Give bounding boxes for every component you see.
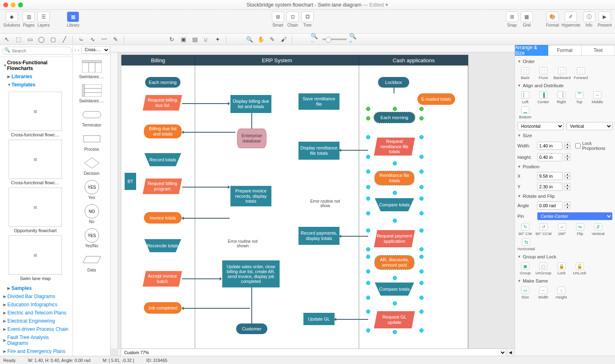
template-thumb[interactable]: ▦Swim lane map xyxy=(2,235,68,281)
ungroup-button[interactable]: ▢ xyxy=(539,262,547,270)
node-emailed-totals[interactable]: E-mailed totals xyxy=(417,93,455,105)
shape-process[interactable] xyxy=(81,132,102,145)
node-each-morning-billing[interactable]: Each morning xyxy=(145,77,180,88)
edit-points-tool[interactable]: ⟀ xyxy=(202,35,211,43)
info-button[interactable]: ⓘ xyxy=(583,11,595,22)
tree-leaf[interactable]: ▶Electrical Engineering xyxy=(2,317,71,325)
node-invoice-totals[interactable]: Invoice totals xyxy=(144,212,182,224)
shape-terminator[interactable] xyxy=(81,108,102,121)
rotate-cw-button[interactable]: ↻ xyxy=(521,223,529,231)
shapes-selector[interactable]: Cross-… xyxy=(81,46,110,54)
minimize-window-button[interactable] xyxy=(11,2,16,7)
chain-button[interactable]: ⊡ xyxy=(287,11,299,22)
pin-select[interactable]: Center-Center xyxy=(537,212,613,220)
library-button[interactable]: ▦ xyxy=(67,11,79,22)
node-compare-totals-2[interactable]: Compare totals xyxy=(375,283,414,296)
tree-root[interactable]: ▼Cross-Functional Flowcharts xyxy=(2,59,71,72)
width-down[interactable]: ▼ xyxy=(565,146,570,149)
pen-tool[interactable]: ✎ xyxy=(111,35,120,43)
hypernote-button[interactable]: ✐ xyxy=(565,11,577,22)
zoom-out-button[interactable]: 🔍⁻ xyxy=(311,35,320,43)
brush-tool[interactable]: 🖌 xyxy=(279,35,288,43)
distribute-v-select[interactable]: Vertical xyxy=(566,122,613,130)
lock-proportions-checkbox[interactable] xyxy=(575,142,581,150)
hscroll-left-icon[interactable]: ◀ xyxy=(509,350,512,355)
node-enterprise-database[interactable]: Enterprise database xyxy=(237,129,266,148)
tree-samples[interactable]: ▶Samples xyxy=(2,284,71,292)
rect-tool[interactable]: ▭ xyxy=(25,35,34,43)
node-lockbox[interactable]: Lockbox xyxy=(378,77,409,88)
node-request-remittance-totals[interactable]: Request remittance file totals xyxy=(374,138,415,156)
tree-leaf[interactable]: ▶Event-driven Process Chain xyxy=(2,325,71,333)
line-tool[interactable]: ╱ xyxy=(60,35,69,43)
tree-leaf[interactable]: ▶Fault Tree Analysis Diagrams xyxy=(2,333,71,347)
node-update-gl[interactable]: Update GL xyxy=(303,313,335,325)
node-request-payment-app[interactable]: Request payment application xyxy=(374,230,415,247)
group-tool[interactable]: ▣ xyxy=(179,35,188,43)
same-size-button[interactable]: ▭ xyxy=(521,287,529,294)
node-billing-due-totals[interactable]: Billing due list and totals xyxy=(144,124,182,138)
unlock-button[interactable]: 🔓 xyxy=(576,262,584,270)
present-button[interactable]: ▶ xyxy=(599,11,611,22)
width-input[interactable] xyxy=(537,142,563,150)
shape-yes[interactable]: YES xyxy=(81,181,102,194)
grid-button[interactable]: ▦ xyxy=(521,11,533,22)
node-display-billing-due[interactable]: Display billing due list and totals xyxy=(230,95,271,113)
pan-tool[interactable]: ✋ xyxy=(256,35,265,43)
node-request-gl-update[interactable]: Request GL update xyxy=(374,311,415,328)
diagram-page[interactable]: Billing ERP System Cash applications Eac… xyxy=(121,55,468,350)
zoom-in-button[interactable]: 🔍⁺ xyxy=(349,35,358,43)
node-each-morning-cash[interactable]: Each morning xyxy=(374,112,415,123)
tree-leaf[interactable]: ▶Divided Bar Diagrams xyxy=(2,292,71,301)
shape-decision[interactable] xyxy=(81,156,102,170)
group-button[interactable]: ▣ xyxy=(521,262,529,270)
pointer-tool[interactable]: ↖ xyxy=(2,35,11,43)
order-backward-button[interactable]: ⬚ xyxy=(558,67,566,75)
shape-yesno[interactable]: YES xyxy=(81,229,102,242)
same-width-button[interactable]: ↔ xyxy=(539,287,547,294)
align-top-button[interactable]: ▔ xyxy=(575,91,583,99)
shape-swimlanes-h[interactable] xyxy=(81,84,102,97)
flip-vertical-button[interactable]: ⇵ xyxy=(594,223,602,231)
node-compare-totals-1[interactable]: Compare totals xyxy=(375,198,414,211)
node-accept-invoice-batch[interactable]: Accept invoice batch xyxy=(143,271,182,287)
y-input[interactable] xyxy=(537,183,563,191)
tree-libraries[interactable]: ▶Libraries xyxy=(2,72,71,81)
align-middle-button[interactable]: ─ xyxy=(593,91,601,99)
align-bottom-button[interactable]: ▁ xyxy=(521,106,529,114)
curve-tool[interactable]: ∿ xyxy=(88,35,97,43)
node-display-remittance[interactable]: Display remittance file totals xyxy=(298,142,339,160)
shape-data[interactable] xyxy=(81,253,102,266)
search-input[interactable] xyxy=(2,47,72,55)
order-back-button[interactable]: ⬚ xyxy=(521,67,529,75)
format-button[interactable]: 🎨 xyxy=(546,11,559,22)
shape-no[interactable]: NO xyxy=(81,205,102,218)
lock-button[interactable]: 🔒 xyxy=(558,262,566,270)
tree-leaf[interactable]: ▶Fire and Emergency Plans xyxy=(2,347,71,355)
ellipse-tool[interactable]: ◯ xyxy=(37,35,46,43)
rotate-180-button[interactable]: ⤾ xyxy=(558,223,566,231)
angle-input[interactable] xyxy=(537,201,563,210)
spline-tool[interactable]: 〰 xyxy=(100,35,109,43)
height-up[interactable]: ▲ xyxy=(565,154,570,157)
snap-button[interactable]: ⊞ xyxy=(506,11,518,22)
flip-button[interactable]: ⇋ xyxy=(576,223,584,231)
node-request-billing-due[interactable]: Request billing due list xyxy=(143,95,182,111)
eyedropper-tool[interactable]: ✎ xyxy=(268,35,277,43)
tree-leaf[interactable]: ▶Electric and Telecom Plans xyxy=(2,309,71,317)
height-down[interactable]: ▼ xyxy=(565,157,570,161)
x-input[interactable] xyxy=(537,172,563,180)
nav-fwd-icon[interactable]: › xyxy=(78,47,80,52)
node-remittance-file-totals[interactable]: Remittance file totals xyxy=(375,171,414,185)
node-record-payments[interactable]: Record payments, display totals xyxy=(298,227,339,245)
flip-horizontal-button[interactable]: ⇆ xyxy=(522,238,530,246)
align-center-button[interactable]: ▐ xyxy=(539,91,547,99)
template-thumb[interactable]: ▦Cross-functional flowc… xyxy=(2,92,68,137)
node-update-sales-order[interactable]: Update sales order, close billing due li… xyxy=(222,260,280,287)
rounded-rect-tool[interactable]: ▢ xyxy=(48,35,57,43)
tab-format[interactable]: Format xyxy=(548,45,581,56)
zoom-tool[interactable]: 🔍 xyxy=(245,35,254,43)
maximize-window-button[interactable] xyxy=(18,2,23,7)
solutions-button[interactable]: ◆ xyxy=(6,11,18,22)
tab-arrange-size[interactable]: Arrange & Size xyxy=(515,45,548,56)
